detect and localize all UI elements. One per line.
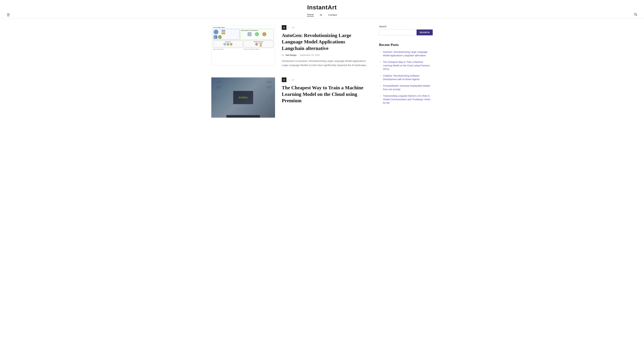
- article-thumbnail-gpu[interactable]: NVIDIA: [211, 77, 275, 118]
- recent-posts-section: Recent Posts → AutoGen: Revolutionizing …: [379, 43, 433, 105]
- site-header: InstantArt ☰ Home AI Contact: [0, 0, 644, 18]
- search-input[interactable]: [379, 29, 416, 35]
- svg-rect-15: [271, 94, 273, 101]
- header-search-button[interactable]: [634, 13, 637, 17]
- recent-post-item-2[interactable]: → The Cheapest Way to Train a Machine Le…: [379, 60, 433, 71]
- recent-post-item-5[interactable]: → Transcending Linguistic Barriers: AI's…: [379, 94, 433, 105]
- nav-link-home[interactable]: Home: [307, 13, 314, 16]
- search-row: SEARCH: [379, 29, 433, 35]
- recent-post-item-4[interactable]: → Prompt2Model: Generate Deployable Mode…: [379, 84, 433, 91]
- category-dash-2: —: [288, 79, 290, 81]
- meta-separator: ·: [298, 54, 298, 56]
- hierarchical-chat-label: Hierarchical chat M ↓: [244, 40, 274, 47]
- main-nav: ☰ Home AI Contact: [0, 11, 644, 18]
- gpu-image: NVIDIA: [211, 77, 275, 118]
- article-excerpt: Introduction to AutoGen: Revolutionizing…: [282, 59, 369, 67]
- article-meta: by Vali Neagu · September 26, 2023: [282, 54, 369, 56]
- recent-post-item-1[interactable]: → AutoGen: Revolutionizing Large Languag…: [379, 50, 433, 57]
- gpu-chip: NVIDIA: [233, 91, 253, 104]
- svg-rect-13: [267, 86, 272, 88]
- nvidia-logo: NVIDIA: [239, 96, 248, 99]
- search-label: Search: [379, 25, 433, 28]
- recent-post-arrow-3: →: [379, 74, 381, 77]
- article-title-autogen[interactable]: AutoGen: Revolutionizing Large Language …: [282, 32, 369, 51]
- joint-chat-label: Joint chat A B C: [213, 40, 243, 47]
- article-content-gpu: A — AI The Cheapest Way to Train a Machi…: [282, 77, 369, 106]
- article-title-gpu[interactable]: The Cheapest Way to Train a Machine Lear…: [282, 84, 369, 104]
- nav-link-ai[interactable]: AI: [320, 13, 322, 16]
- recent-post-link-5[interactable]: Transcending Linguistic Barriers: AI's R…: [383, 94, 433, 105]
- autogen-diagram: Conversable agent 🤖 ↔ ⚙ 🐍: [211, 25, 275, 65]
- article-date: September 26, 2023: [300, 54, 320, 56]
- category-name: AI: [292, 26, 294, 29]
- article-content-autogen: A — AI AutoGen: Revolutionizing Large La…: [282, 25, 369, 67]
- by-label: by: [282, 54, 284, 56]
- recent-post-arrow-2: →: [379, 61, 381, 63]
- content-area: Conversable agent 🤖 ↔ ⚙ 🐍: [211, 25, 369, 128]
- recent-post-link-1[interactable]: AutoGen: Revolutionizing Large Language …: [383, 50, 433, 57]
- category-dash: —: [288, 26, 290, 29]
- site-title: InstantArt: [0, 4, 644, 11]
- article-thumbnail-autogen[interactable]: Conversable agent 🤖 ↔ ⚙ 🐍: [211, 25, 275, 65]
- article-card: Conversable agent 🤖 ↔ ⚙ 🐍: [211, 25, 369, 67]
- svg-rect-11: [216, 86, 221, 88]
- article-category: A — AI: [282, 25, 369, 30]
- article-category-2: A — AI: [282, 77, 369, 82]
- recent-post-item-3[interactable]: → ChatDev: Revolutionizing Software Deve…: [379, 74, 433, 81]
- hamburger-icon: ☰: [7, 13, 10, 17]
- svg-rect-12: [267, 81, 272, 83]
- agent-icon-1: 🤖: [214, 30, 218, 34]
- svg-line-1: [636, 15, 637, 16]
- recent-posts-title: Recent Posts: [379, 43, 433, 47]
- recent-post-arrow-4: →: [379, 84, 381, 87]
- category-name-2: AI: [292, 79, 294, 81]
- recent-post-arrow-5: →: [379, 94, 381, 97]
- category-badge: A: [282, 25, 286, 30]
- main-container: Conversable agent 🤖 ↔ ⚙ 🐍: [204, 18, 440, 138]
- article-card-2: NVIDIA A — AI The Cheapest Way to Train …: [211, 77, 369, 118]
- sidebar-search-section: Search SEARCH: [379, 25, 433, 35]
- conversable-agent-label: Conversable agent: [213, 27, 274, 28]
- author-name[interactable]: Vali Neagu: [286, 54, 296, 56]
- recent-post-arrow-1: →: [379, 51, 381, 53]
- recent-post-link-4[interactable]: Prompt2Model: Generate Deployable Models…: [383, 84, 433, 91]
- sidebar: Search SEARCH Recent Posts → AutoGen: Re…: [379, 25, 433, 128]
- search-icon: [634, 13, 637, 16]
- nav-link-contact[interactable]: Contact: [328, 13, 337, 16]
- recent-post-link-2[interactable]: The Cheapest Way to Train a Machine Lear…: [383, 60, 433, 71]
- multi-agent-label: Multi-Agent Conversations: [241, 30, 273, 31]
- category-badge-2: A: [282, 77, 286, 82]
- hamburger-button[interactable]: ☰: [7, 13, 10, 17]
- svg-rect-10: [216, 81, 221, 83]
- recent-post-link-3[interactable]: ChatDev: Revolutionizing Software Develo…: [383, 74, 433, 81]
- search-button[interactable]: SEARCH: [416, 29, 433, 35]
- svg-rect-14: [213, 94, 216, 101]
